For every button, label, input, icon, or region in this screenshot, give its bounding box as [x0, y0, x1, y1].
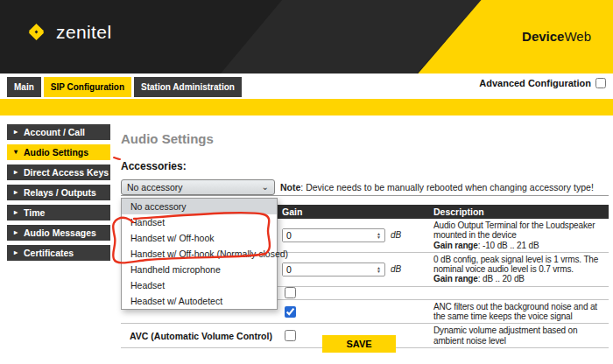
- description-text: 0 dB config, peak signal level is 1 vrms…: [433, 255, 598, 274]
- advanced-configuration-checkbox[interactable]: [595, 78, 606, 88]
- sidebar-item-label: Certificates: [24, 248, 74, 258]
- spinner-down-icon: ▼: [377, 270, 381, 273]
- sidebar-item-label: Account / Call: [24, 127, 85, 137]
- row-description: ANC filters out the background noise and…: [429, 300, 609, 324]
- row-gain-cell: ▲▼ dB: [278, 219, 429, 252]
- sidebar: ▸ Account / Call ▾ Audio Settings ▸ Dire…: [7, 124, 110, 265]
- advanced-configuration-label: Advanced Configuration: [479, 78, 591, 88]
- sidebar-item-certificates[interactable]: ▸ Certificates: [7, 245, 110, 261]
- accessory-select[interactable]: No accessory ⌄: [121, 179, 275, 195]
- accessory-select-value: No accessory: [127, 182, 262, 192]
- row-gain-cell: [278, 300, 429, 324]
- sidebar-item-label: Audio Messages: [24, 228, 96, 238]
- dropdown-option-handheld-microphone[interactable]: Handheld microphone: [122, 262, 277, 277]
- dropdown-option-no-accessory[interactable]: No accessory: [122, 199, 277, 214]
- avc-checkbox[interactable]: [285, 330, 296, 341]
- row-description: Dynamic volume adjustment based on ambie…: [429, 324, 609, 347]
- gain-input[interactable]: [283, 229, 373, 242]
- table-header-gain: Gain: [278, 206, 429, 217]
- sidebar-item-time[interactable]: ▸ Time: [7, 205, 110, 220]
- gain-range: Gain range: dB .. 20 dB: [433, 274, 607, 284]
- gain-range-value: : -10 dB .. 21 dB: [478, 241, 539, 250]
- dropdown-option-headset[interactable]: Headset: [122, 277, 277, 293]
- accessories-label: Accessories:: [121, 160, 187, 172]
- tab-station-administration[interactable]: Station Administration: [134, 77, 242, 97]
- reboot-note: Note: Device needs to be manually reboot…: [280, 182, 609, 192]
- row-description: 0 dB config, peak signal level is 1 vrms…: [429, 253, 609, 286]
- sidebar-item-audio-messages[interactable]: ▸ Audio Messages: [7, 225, 110, 241]
- app-header: zenitel DeviceWeb: [0, 0, 613, 74]
- note-bold: Note: [280, 182, 300, 192]
- gain-number-field: ▲▼: [282, 262, 385, 276]
- number-spinner[interactable]: ▲▼: [373, 263, 384, 276]
- tab-main[interactable]: Main: [7, 77, 41, 97]
- sidebar-item-label: Relays / Outputs: [24, 187, 96, 198]
- top-nav: Main SIP Configuration Station Administr…: [0, 74, 613, 99]
- spinner-down-icon: ▼: [377, 235, 381, 239]
- gain-range-label: Gain range: [433, 241, 478, 250]
- zenitel-logo: zenitel: [25, 21, 112, 43]
- number-spinner[interactable]: ▲▼: [373, 229, 384, 242]
- product-name: DeviceWeb: [522, 29, 591, 44]
- logo-text: zenitel: [56, 22, 112, 43]
- accessory-dropdown-list: No accessory Handset Handset w/ Off-hook…: [121, 198, 278, 310]
- sidebar-item-audio-settings[interactable]: ▾ Audio Settings: [7, 144, 110, 160]
- row-gain-cell: ▲▼ dB: [278, 253, 429, 286]
- gain-number-field: ▲▼: [282, 228, 385, 242]
- table-header-description: Description: [429, 206, 609, 217]
- unit-label: dB: [391, 230, 401, 240]
- chevron-right-icon: ▸: [14, 249, 18, 256]
- anc-checkbox[interactable]: [285, 306, 296, 318]
- row-description: [429, 287, 609, 299]
- row-gain-cell: [278, 287, 429, 299]
- tab-sip-configuration[interactable]: SIP Configuration: [44, 77, 131, 97]
- avc-row-label: AVC (Automatic Volume Control): [121, 324, 278, 347]
- gain-range-label: Gain range: [433, 274, 478, 284]
- sidebar-item-direct-access-keys[interactable]: ▸ Direct Access Keys: [7, 164, 110, 180]
- gain-input[interactable]: [283, 263, 373, 276]
- chevron-right-icon: ▸: [14, 129, 18, 136]
- chevron-right-icon: ▸: [14, 169, 18, 176]
- description-text: Audio Output Terminal for the Loudspeake…: [433, 220, 595, 240]
- dropdown-option-handset-offhook-nc[interactable]: Handset w/ Off-hook (Normally closed): [122, 246, 277, 262]
- product-name-bold: Device: [522, 29, 564, 44]
- sidebar-item-label: Audio Settings: [24, 147, 88, 158]
- product-name-light: Web: [564, 29, 591, 44]
- sidebar-item-label: Time: [24, 207, 45, 218]
- unit-label: dB: [391, 264, 401, 274]
- gain-range-value: : dB .. 20 dB: [478, 274, 525, 284]
- chevron-right-icon: ▸: [14, 189, 18, 196]
- page-title: Audio Settings: [121, 131, 214, 146]
- chevron-right-icon: ▸: [14, 229, 18, 236]
- dropdown-option-handset[interactable]: Handset: [122, 214, 277, 230]
- gain-range: Gain range: -10 dB .. 21 dB: [433, 241, 607, 250]
- sidebar-item-account-call[interactable]: ▸ Account / Call: [7, 124, 110, 140]
- deviceweb-page: zenitel DeviceWeb Main SIP Configuration…: [0, 0, 613, 364]
- save-button[interactable]: SAVE: [322, 335, 396, 353]
- dropdown-option-handset-offhook[interactable]: Handset w/ Off-hook: [122, 230, 277, 246]
- note-text: : Device needs to be manually rebooted w…: [300, 182, 593, 192]
- yellow-divider-bar: [0, 99, 613, 116]
- chevron-down-icon: ▾: [14, 149, 18, 156]
- dropdown-option-headset-autodetect[interactable]: Headset w/ Autodetect: [122, 293, 277, 309]
- sidebar-item-label: Direct Access Keys: [24, 167, 109, 178]
- feature-checkbox[interactable]: [285, 287, 296, 298]
- top-tabs: Main SIP Configuration Station Administr…: [7, 77, 242, 97]
- sidebar-item-relays-outputs[interactable]: ▸ Relays / Outputs: [7, 185, 110, 200]
- row-description: Audio Output Terminal for the Loudspeake…: [429, 219, 609, 252]
- chevron-right-icon: ▸: [14, 209, 18, 216]
- advanced-configuration: Advanced Configuration: [479, 78, 606, 88]
- zenitel-logo-icon: [25, 21, 48, 43]
